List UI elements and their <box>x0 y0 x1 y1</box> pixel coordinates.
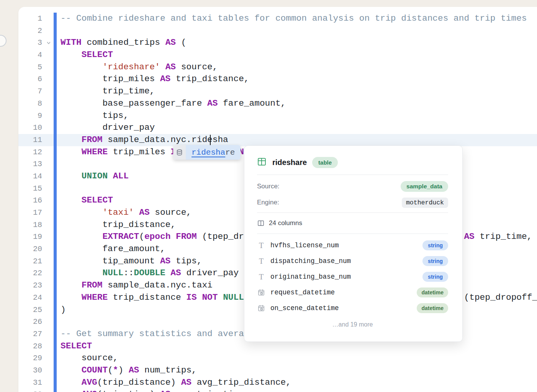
change-bar <box>54 304 57 316</box>
line-number: 2 <box>18 25 44 37</box>
change-bar <box>54 194 57 207</box>
change-bar <box>54 25 57 37</box>
change-bar <box>54 158 57 170</box>
autocomplete-match-text: ridesha <box>192 148 225 157</box>
code-text: 'rideshare' AS source, <box>57 61 218 74</box>
line-number: 22 <box>18 267 44 279</box>
code-text: driver_pay <box>57 122 155 134</box>
change-bar <box>54 61 57 74</box>
change-bar <box>54 389 57 392</box>
code-line[interactable]: 30 COUNT(*) AS num_trips, <box>18 364 537 377</box>
text-icon: T <box>257 257 265 265</box>
line-number: 10 <box>18 122 44 134</box>
datetime-icon <box>257 289 265 296</box>
change-bar <box>54 377 57 389</box>
code-line[interactable]: 28SELECT <box>18 340 537 353</box>
code-text: AVG(trip_distance) AS avg_trip_distance, <box>57 377 291 389</box>
engine-label: Engine: <box>257 199 279 206</box>
change-bar <box>54 364 57 377</box>
code-text: base_passenger_fare AS fare_amount, <box>57 98 286 110</box>
code-line[interactable]: 6 trip_miles AS trip_distance, <box>18 73 537 85</box>
line-number: 13 <box>18 158 44 170</box>
line-number: 11 <box>18 134 44 146</box>
table-name: rideshare <box>272 158 307 167</box>
columns-list: Thvfhs_license_numstringTdispatching_bas… <box>257 240 448 314</box>
code-text: UNION ALL <box>57 170 129 183</box>
code-text: fare_amount, <box>57 243 165 255</box>
columns-count-text: 24 columns <box>269 219 302 227</box>
code-line[interactable]: 5 'rideshare' AS source, <box>18 61 537 74</box>
column-name: dispatching_base_num <box>270 257 422 265</box>
line-number: 20 <box>18 243 44 255</box>
code-text: SELECT <box>57 49 113 61</box>
line-number: 14 <box>18 170 44 183</box>
text-icon: T <box>257 273 265 281</box>
line-number: 8 <box>18 98 44 110</box>
line-number: 24 <box>18 292 44 304</box>
change-bar <box>54 340 57 353</box>
code-text: trip_miles AS trip_distance, <box>57 73 249 85</box>
table-info-card: rideshare table Source: sample_data Engi… <box>244 145 463 342</box>
change-bar <box>54 122 57 134</box>
engine-value-badge: motherduck <box>402 198 448 208</box>
code-text: SELECT <box>57 194 113 207</box>
columns-count-row: 24 columns <box>257 217 448 229</box>
partial-floating-button[interactable] <box>0 35 7 47</box>
change-bar <box>54 328 57 340</box>
column-name: originating_base_num <box>270 273 422 281</box>
change-bar <box>54 292 57 304</box>
change-bar <box>54 279 57 292</box>
divider <box>257 234 448 234</box>
column-type-badge: datetime <box>417 303 448 313</box>
datetime-icon <box>257 304 265 312</box>
line-number: 7 <box>18 85 44 98</box>
code-text: ) <box>57 304 66 316</box>
line-number: 4 <box>18 49 44 61</box>
column-name: hvfhs_license_num <box>270 242 422 249</box>
change-bar <box>54 73 57 85</box>
line-number: 25 <box>18 304 44 316</box>
change-bar <box>54 255 57 268</box>
line-number: 26 <box>18 316 44 328</box>
code-line[interactable]: 3WITH combined_trips AS ( <box>18 37 537 49</box>
line-number: 12 <box>18 146 44 158</box>
column-type-badge: datetime <box>417 287 448 297</box>
code-line[interactable]: 29 source, <box>18 352 537 364</box>
source-value-badge: sample_data <box>401 181 448 192</box>
code-line[interactable]: 7 trip_time, <box>18 85 537 98</box>
divider <box>257 212 448 213</box>
fold-chevron-icon[interactable] <box>44 40 54 46</box>
code-line[interactable]: 32 AVG(trip_time) AS avg_trip_time, <box>18 389 537 392</box>
code-line[interactable]: 4 SELECT <box>18 49 537 61</box>
code-line[interactable]: 1-- Combine rideshare and taxi tables fo… <box>18 13 537 25</box>
change-bar <box>54 146 57 158</box>
change-bar <box>54 110 57 122</box>
table-info-header: rideshare table <box>257 155 448 169</box>
code-text: WITH combined_trips AS ( <box>57 37 186 49</box>
code-text: tip_amount AS tips, <box>57 255 202 268</box>
change-bar <box>54 352 57 364</box>
code-line[interactable]: 8 base_passenger_fare AS fare_amount, <box>18 98 537 110</box>
change-bar <box>54 37 57 49</box>
line-number: 9 <box>18 110 44 122</box>
text-cursor <box>210 135 211 145</box>
change-bar <box>54 134 57 146</box>
line-number: 27 <box>18 328 44 340</box>
code-line[interactable]: 10 driver_pay <box>18 122 537 134</box>
autocomplete-item-rideshare[interactable]: rideshare <box>186 145 241 160</box>
line-number: 29 <box>18 352 44 364</box>
code-line[interactable]: 31 AVG(trip_distance) AS avg_trip_distan… <box>18 377 537 389</box>
column-type-badge: string <box>422 256 448 266</box>
line-number: 5 <box>18 61 44 74</box>
code-line[interactable]: 9 tips, <box>18 110 537 122</box>
line-number: 16 <box>18 194 44 207</box>
line-number: 1 <box>18 13 44 25</box>
change-bar <box>54 170 57 183</box>
line-number: 31 <box>18 377 44 389</box>
line-number: 23 <box>18 279 44 292</box>
column-type-badge: string <box>422 240 448 250</box>
divider <box>257 175 448 175</box>
code-line[interactable]: 11 FROM sample_data.nyc.ridesha <box>18 134 537 146</box>
autocomplete-popup: rideshare <box>173 145 241 160</box>
code-line[interactable]: 2 <box>18 25 537 37</box>
